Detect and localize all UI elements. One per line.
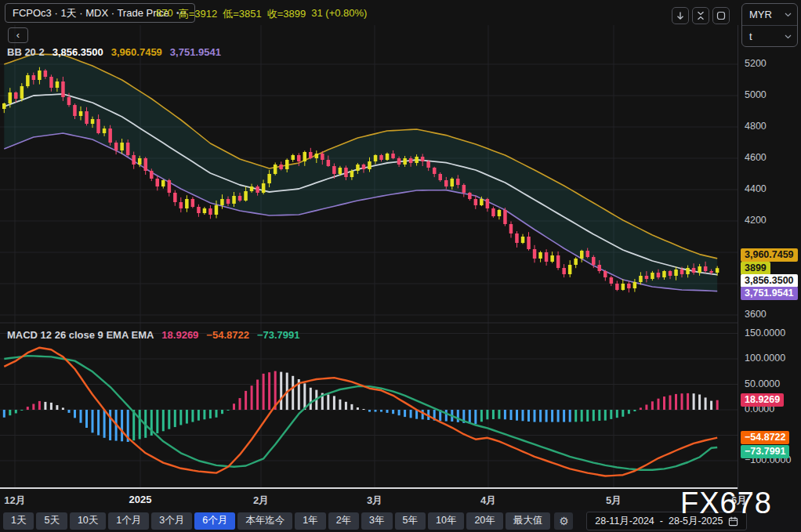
- bollinger-legend[interactable]: BB 20 2 3,856.3500 3,960.7459 3,751.9541: [7, 46, 221, 58]
- maximize-icon: [716, 11, 726, 20]
- time-axis-label: 12月: [4, 494, 25, 508]
- time-axis-label: 5月: [606, 494, 622, 508]
- range-settings-button[interactable]: ⚙: [554, 512, 573, 530]
- range-1m-button[interactable]: 1个月: [108, 512, 149, 530]
- date-range-picker[interactable]: 28-11月-2024 - 28-5月-2025: [586, 512, 747, 530]
- bb-lower-value: 3,751.9541: [170, 46, 221, 58]
- range-buttons: 1天5天10天1个月3个月6个月本年迄今1年2年3年5年10年20年最大值: [3, 512, 550, 530]
- legend-back-button[interactable]: ‹: [8, 27, 28, 43]
- range-ytd-button[interactable]: 本年迄今: [237, 512, 292, 530]
- bb-upper-value: 3,960.7459: [111, 46, 162, 58]
- ohlc-part: 收=3899: [267, 7, 306, 21]
- range-3m-button[interactable]: 3个月: [151, 512, 192, 530]
- chevron-down-icon: [785, 13, 792, 17]
- price-label-badge: 18.9269: [741, 393, 784, 407]
- axis-tick: 4800: [745, 121, 767, 132]
- top-toolbar: FCPOc3 · 1天 · MDX · Trade Price ••• 870高…: [0, 0, 738, 25]
- collapse-pane-button[interactable]: [692, 7, 709, 24]
- chevron-down-icon: [785, 34, 792, 39]
- range-2y-button[interactable]: 2年: [328, 512, 359, 530]
- time-axis-label: 2025: [129, 494, 152, 505]
- time-axis-label: 2月: [253, 494, 269, 508]
- time-axis-label: 4月: [480, 494, 496, 508]
- ohlc-part: 31 (+0.80%): [311, 7, 367, 21]
- macd-legend[interactable]: MACD 12 26 close 9 EMA EMA 18.9269 −54.8…: [7, 329, 300, 341]
- macd-signal-value: −73.7991: [257, 329, 300, 341]
- time-axis[interactable]: 12月20252月3月4月5月6月: [0, 490, 801, 510]
- axis-tick: 100.0000: [745, 353, 785, 364]
- price-label-badge: 3,856.3500: [741, 274, 798, 288]
- range-20y-button[interactable]: 20年: [466, 512, 502, 530]
- bb-basis-value: 3,856.3500: [53, 46, 103, 58]
- price-label-badge: −73.7991: [741, 445, 789, 458]
- price-label-badge: 3,751.9541: [741, 287, 798, 300]
- unit-dropdown[interactable]: t: [742, 26, 797, 47]
- macd-hist-value: 18.9269: [161, 329, 198, 341]
- range-1d-button[interactable]: 1天: [3, 512, 34, 530]
- axis-tick: 4400: [745, 183, 767, 194]
- currency-unit-panel: MYR t: [741, 3, 798, 47]
- range-toolbar: 1天5天10天1个月3个月6个月本年迄今1年2年3年5年10年20年最大值 ⚙ …: [0, 510, 801, 532]
- move-pane-down-button[interactable]: [672, 7, 689, 24]
- arrow-down-icon: [676, 11, 685, 20]
- price-axis[interactable]: 5200500048004600440042003600150.0000100.…: [738, 25, 801, 490]
- ohlc-part: 高=3912: [179, 7, 218, 21]
- axis-tick: 5200: [745, 58, 767, 69]
- range-6m-button[interactable]: 6个月: [194, 512, 235, 530]
- price-label-badge: 3,960.7459: [741, 248, 798, 262]
- range-3y-button[interactable]: 3年: [361, 512, 392, 530]
- date-range-end: 28-5月-2025: [669, 515, 723, 528]
- date-range-start: 28-11月-2024: [595, 515, 654, 528]
- axis-tick: 4200: [745, 215, 767, 226]
- calendar-icon: [728, 516, 738, 527]
- symbol-legend-text: FCPOc3 · 1天 · MDX · Trade Price: [13, 6, 169, 20]
- axis-tick: 3600: [745, 309, 767, 320]
- ohlc-row: 870高=3912低=3851收=389931 (+0.80%): [156, 7, 367, 21]
- axis-tick: 50.0000: [745, 378, 780, 389]
- currency-value: MYR: [749, 9, 772, 20]
- axis-tick: 150.0000: [745, 328, 785, 338]
- range-10y-button[interactable]: 10年: [428, 512, 464, 530]
- time-axis-label: 3月: [367, 494, 382, 508]
- collapse-icon: [696, 11, 705, 20]
- chart-canvas[interactable]: [0, 25, 738, 490]
- axis-tick: 4600: [745, 152, 767, 163]
- unit-value: t: [749, 31, 752, 42]
- macd-name: MACD 12 26 close 9 EMA EMA: [7, 329, 154, 341]
- bb-name: BB 20 2: [7, 46, 45, 58]
- price-label-badge: 3899: [741, 262, 770, 275]
- range-5y-button[interactable]: 5年: [395, 512, 426, 530]
- pane-separator-line[interactable]: [0, 487, 801, 489]
- maximize-pane-button[interactable]: [712, 7, 730, 24]
- ohlc-part: 低=3851: [223, 7, 262, 21]
- ohlc-part: 870: [156, 7, 173, 21]
- time-axis-label: 6月: [731, 494, 747, 508]
- range-max-button[interactable]: 最大值: [506, 512, 551, 530]
- currency-dropdown[interactable]: MYR: [742, 4, 797, 25]
- range-1y-button[interactable]: 1年: [295, 512, 325, 530]
- date-range-separator: -: [660, 516, 663, 527]
- macd-line-value: −54.8722: [206, 329, 249, 341]
- trading-chart-app: FCPOc3 · 1天 · MDX · Trade Price ••• 870高…: [0, 0, 801, 532]
- axis-tick: 5000: [745, 89, 767, 100]
- range-5d-button[interactable]: 5天: [36, 512, 67, 530]
- price-label-badge: −54.8722: [741, 431, 789, 444]
- range-10d-button[interactable]: 10天: [70, 512, 106, 530]
